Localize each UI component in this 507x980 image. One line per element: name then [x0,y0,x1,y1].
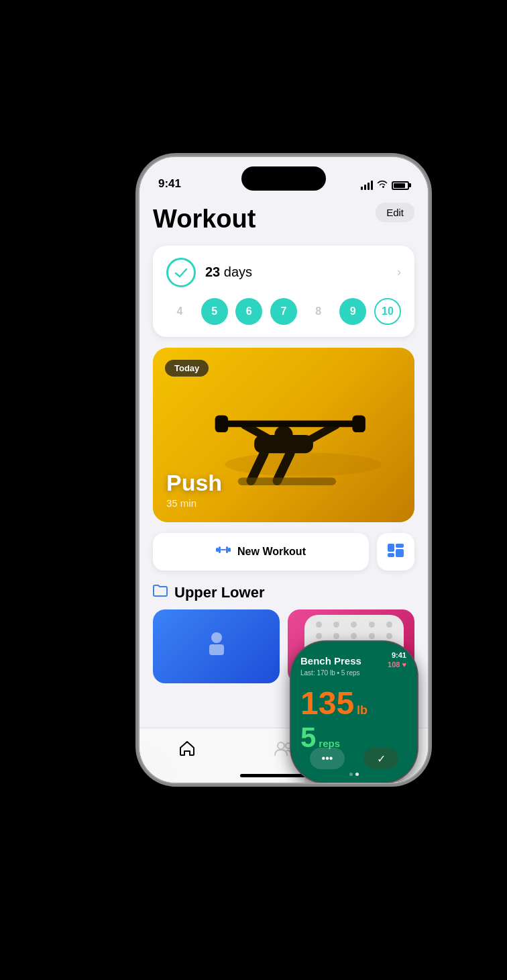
day-circle-4: 4 [166,298,193,325]
status-icons [361,180,409,191]
streak-days: 23 [205,264,220,279]
new-workout-button[interactable]: New Workout [153,533,369,571]
signal-icon [361,181,373,190]
svg-rect-5 [225,420,355,427]
watch-more-button[interactable]: ••• [310,748,345,769]
watch-screen: 9:41 108 ♥ Bench Press Last: 170 lb • 5 … [291,642,417,783]
svg-rect-13 [221,549,226,550]
watch-dot-1 [349,773,353,776]
dynamic-island [241,166,326,191]
battery-icon [392,181,409,190]
svg-rect-14 [226,546,228,553]
watch-weight-unit: lb [357,703,368,718]
phone-screen: 9:41 [139,157,428,783]
action-row: New Workout [153,533,414,571]
watch-last-set: Last: 170 lb • 5 reps [300,669,408,677]
streak-text: 23 days [205,264,252,280]
day-circle-6: 6 [235,298,262,325]
day-circle-7: 7 [270,298,297,325]
program-icon [388,544,404,560]
workout-duration: 35 min [166,497,222,509]
svg-line-4 [306,425,336,441]
wifi-icon [377,180,388,191]
day-circle-10: 10 [374,298,401,325]
svg-rect-12 [219,546,221,553]
watch-case: 9:41 108 ♥ Bench Press Last: 170 lb • 5 … [291,642,417,783]
apple-watch: 9:41 108 ♥ Bench Press Last: 170 lb • 5 … [274,615,428,783]
svg-rect-18 [396,544,404,548]
watch-weight: 135 [300,687,354,720]
svg-rect-16 [388,544,394,552]
svg-rect-19 [396,549,404,557]
heart-rate-value: 108 [388,660,400,669]
watch-dot-2 [355,773,359,776]
today-workout-card[interactable]: Today Push 35 min [153,348,414,522]
home-icon [178,740,196,761]
streak-row: 23 days › [166,258,401,287]
svg-rect-10 [238,477,336,485]
status-time: 9:41 [158,177,181,191]
watch-heart-rate: 108 ♥ [388,660,406,669]
day-circle-5: 5 [201,298,228,325]
watch-buttons: ••• ✓ [291,748,417,769]
program-card-blue[interactable] [153,609,280,683]
new-workout-label: New Workout [237,546,306,558]
day-circles: 4 5 6 7 8 9 10 [166,298,401,325]
program-button[interactable] [377,533,414,571]
check-icon [174,265,188,280]
svg-rect-17 [388,553,394,557]
day-circle-9: 9 [339,298,366,325]
chevron-right-icon: › [397,265,401,279]
heart-icon: ♥ [402,660,406,669]
svg-rect-7 [352,415,365,432]
svg-point-0 [225,452,382,476]
svg-point-20 [211,632,222,643]
svg-rect-15 [228,548,231,552]
day-circle-8: 8 [305,298,332,325]
watch-page-dots [349,773,359,776]
workout-info: Push 35 min [166,470,222,509]
watch-confirm-button[interactable]: ✓ [363,748,398,769]
phone-device: 9:41 [139,157,428,783]
streak-icon [166,258,196,287]
nav-home[interactable] [178,740,196,761]
watch-time: 9:41 [392,651,406,659]
section-header: Upper Lower [153,584,414,601]
streak-card: 23 days › 4 5 6 7 8 9 10 [153,246,414,337]
workout-name: Push [166,470,222,496]
folder-icon [153,585,168,600]
svg-rect-11 [216,548,219,552]
edit-button[interactable]: Edit [376,203,414,222]
svg-rect-21 [209,644,224,655]
streak-left: 23 days [166,258,252,287]
svg-rect-6 [215,415,229,432]
section-title: Upper Lower [174,584,264,601]
dumbbell-icon [216,544,231,559]
today-badge: Today [165,360,209,377]
